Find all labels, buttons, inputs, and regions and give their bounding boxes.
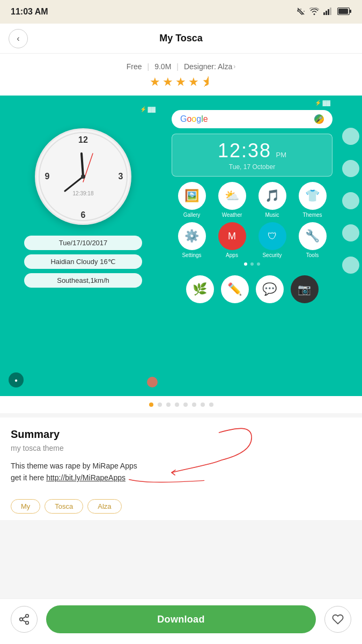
bottom-spacer: [0, 520, 362, 568]
page-dot-4: [175, 402, 179, 407]
google-search-bar[interactable]: Google 🎤: [172, 110, 333, 128]
app-size-label: 9.0M: [154, 62, 171, 71]
screen-page-dots: [172, 258, 333, 270]
back-button[interactable]: ‹: [9, 29, 28, 48]
screen2-status: ⚡ ▓▓: [172, 100, 333, 108]
svg-rect-2: [326, 11, 327, 15]
security-label: Security: [262, 252, 282, 258]
star-1: ★: [150, 75, 160, 89]
star-4: ★: [188, 75, 199, 89]
svg-rect-7: [338, 9, 348, 14]
back-chevron-icon: ‹: [17, 34, 19, 43]
app-meta: Free | 9.0M | Designer: Alza ›: [127, 62, 235, 71]
divider2: |: [176, 62, 179, 71]
status-icons: [297, 7, 351, 17]
summary-body: This theme was rape by MiRape Appsget it…: [11, 460, 351, 484]
apps-label: Apps: [226, 252, 238, 258]
screenshot-2: ⚡ ▓▓ Google 🎤 12:38 PM: [166, 96, 338, 396]
designer-label: Designer: Alza: [184, 62, 232, 71]
dock-row: 🌿 ✏️ 💬 📷: [172, 272, 333, 306]
app-grid: 🖼️ Gallery ⛅ Weather 🎵 Music 👕 Themes: [172, 182, 333, 258]
svg-text:6: 6: [81, 210, 86, 219]
settings-icon: ⚙️: [178, 222, 206, 250]
tag-my[interactable]: My: [11, 499, 40, 514]
svg-text:3: 3: [119, 172, 123, 181]
page-title: My Tosca: [159, 33, 203, 44]
partial-item-4: [342, 224, 359, 241]
divider1: |: [147, 62, 150, 71]
security-icon: 🛡: [258, 222, 286, 250]
favorite-button[interactable]: [324, 606, 351, 633]
app-gallery[interactable]: 🖼️ Gallery: [174, 182, 210, 218]
dock-icon-3[interactable]: 💬: [256, 275, 284, 303]
summary-title: Summary: [11, 428, 351, 441]
tag-alza[interactable]: Alza: [87, 499, 121, 514]
clock-screen: ⚡ ▓▓ 12 3 6 9: [0, 96, 166, 396]
designer-link[interactable]: Designer: Alza ›: [184, 62, 235, 71]
summary-subtitle: my tosca theme: [11, 444, 351, 452]
dock-icon-4[interactable]: 📷: [291, 275, 319, 303]
screenshot-1: ⚡ ▓▓ 12 3 6 9: [0, 96, 166, 396]
page-dot-2: [158, 402, 162, 407]
screen1-bottom-icon: ●: [9, 372, 24, 387]
summary-section: Summary my tosca theme This theme was ra…: [0, 418, 362, 493]
clock-widget: 12:38 PM Tue, 17 October: [172, 134, 333, 177]
gallery-icon: 🖼️: [178, 182, 206, 210]
svg-line-23: [23, 617, 26, 619]
tag-tosca[interactable]: Tosca: [45, 499, 83, 514]
weather-label: Weather: [222, 212, 242, 218]
app-settings[interactable]: ⚙️ Settings: [174, 222, 210, 258]
svg-text:12:39:18: 12:39:18: [73, 191, 94, 196]
app-themes[interactable]: 👕 Themes: [294, 182, 330, 218]
app-apps[interactable]: M Apps: [214, 222, 250, 258]
clock-info-cards: Tue/17/10/2017 Haidian Cloudy 16℃ Southe…: [24, 236, 142, 288]
page-dot-1: [149, 402, 153, 407]
svg-point-17: [81, 174, 85, 179]
header: ‹ My Tosca: [0, 24, 362, 54]
partial-item-3: [342, 192, 359, 209]
star-3: ★: [175, 75, 186, 89]
page-dot-8: [209, 402, 213, 407]
bottom-bar: Download: [0, 598, 362, 644]
mute-icon: [297, 7, 305, 17]
chevron-right-icon: ›: [233, 63, 235, 70]
apps-icon: M: [218, 222, 246, 250]
app-info: Free | 9.0M | Designer: Alza › ★ ★ ★ ★ ⯨: [0, 54, 362, 96]
settings-label: Settings: [182, 252, 201, 258]
signal-icon: [323, 8, 333, 17]
dock-icon-2[interactable]: ✏️: [221, 275, 249, 303]
analog-clock: 12 3 6 9 12:39:18: [35, 128, 131, 225]
music-icon: 🎵: [258, 182, 286, 210]
app-security[interactable]: 🛡 Security: [254, 222, 290, 258]
tools-icon: 🔧: [299, 222, 327, 250]
gallery-scroll[interactable]: ⚡ ▓▓ 12 3 6 9: [0, 96, 362, 396]
partial-item-5: [342, 257, 359, 274]
summary-container: Summary my tosca theme This theme was ra…: [0, 418, 362, 493]
svg-text:9: 9: [45, 172, 50, 181]
app-music[interactable]: 🎵 Music: [254, 182, 290, 218]
share-button[interactable]: [11, 606, 38, 633]
share-icon: [18, 613, 30, 625]
dock-icon-1[interactable]: 🌿: [186, 275, 214, 303]
screenshot-gallery: ⚡ ▓▓ 12 3 6 9: [0, 96, 362, 396]
clock-ampm: PM: [276, 151, 287, 159]
status-time: 11:03 AM: [11, 7, 48, 17]
svg-rect-1: [323, 12, 325, 15]
tools-label: Tools: [306, 252, 319, 258]
weather-card: Haidian Cloudy 16℃: [24, 254, 142, 269]
app-tools[interactable]: 🔧 Tools: [294, 222, 330, 258]
svg-rect-6: [350, 10, 351, 13]
page-dot-6: [192, 402, 196, 407]
svg-line-22: [23, 620, 26, 622]
star-rating: ★ ★ ★ ★ ⯨: [150, 75, 213, 89]
wind-card: Southeast,1km/h: [24, 273, 142, 288]
download-button[interactable]: Download: [46, 605, 316, 633]
screenshot-3-partial: [338, 96, 362, 396]
dot-2: [250, 262, 254, 266]
app-weather[interactable]: ⛅ Weather: [214, 182, 250, 218]
page-dot-5: [183, 402, 188, 407]
music-label: Music: [265, 212, 279, 218]
tags-row: My Tosca Alza: [0, 493, 362, 520]
themes-icon: 👕: [299, 182, 327, 210]
summary-link[interactable]: http://bit.ly/MiRapeApps: [46, 473, 125, 482]
